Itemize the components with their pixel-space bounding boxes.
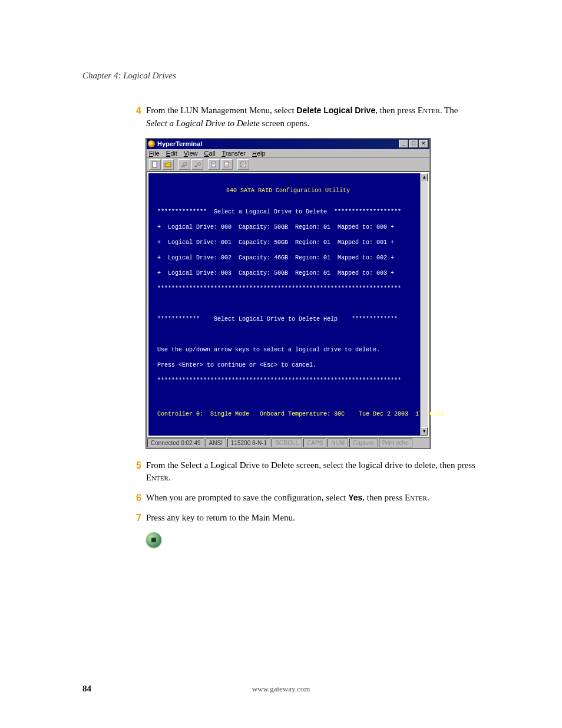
blank <box>150 300 426 308</box>
new-icon[interactable] <box>149 159 161 170</box>
menu-option: Yes <box>348 493 362 502</box>
app-icon <box>148 140 155 147</box>
disconnect-icon[interactable] <box>191 159 203 170</box>
step-7: 7 Press any key to return to the Main Me… <box>130 512 480 525</box>
status-emulation: ANSI <box>206 439 226 447</box>
text: , then press <box>375 106 418 115</box>
step-number: 6 <box>130 492 141 505</box>
status-scroll: SCROLL <box>272 439 302 447</box>
drive-row[interactable]: + Logical Drive: 002 Capacity: 46GB Regi… <box>150 254 426 262</box>
step-number: 7 <box>130 512 141 525</box>
text: screen opens. <box>260 118 310 128</box>
divider: ****************************************… <box>150 377 426 384</box>
svg-rect-2 <box>224 162 229 167</box>
drive-row[interactable]: + Logical Drive: 000 Capacity: 50GB Regi… <box>150 223 426 231</box>
blank <box>150 331 426 338</box>
utility-title: 840 SATA RAID Configuration Utility <box>150 182 426 200</box>
menu-file[interactable]: File <box>149 150 160 157</box>
window-title: HyperTerminal <box>157 140 398 147</box>
step-6: 6 When you are prompted to save the conf… <box>130 492 480 505</box>
chapter-header: Chapter 4: Logical Drives <box>82 71 480 81</box>
step-number: 5 <box>130 459 141 472</box>
toolbar <box>147 158 429 172</box>
status-capture: Capture <box>349 439 378 447</box>
scrollbar[interactable]: ▴ ▾ <box>420 173 428 436</box>
titlebar: HyperTerminal _ □ × <box>147 139 429 149</box>
footer-url: www.gateway.com <box>0 684 562 694</box>
status-baud: 115200 8-N-1 <box>227 439 270 447</box>
text: From the LUN Management Menu, select <box>146 106 296 115</box>
scroll-up-icon[interactable]: ▴ <box>421 173 428 182</box>
help-text: Press <Enter> to continue or <Esc> to ca… <box>150 361 426 369</box>
status-caps: CAPS <box>303 439 326 447</box>
terminal-content[interactable]: 840 SATA RAID Configuration Utility ****… <box>148 173 428 436</box>
menu-call[interactable]: Call <box>204 150 216 157</box>
text: . <box>168 473 171 482</box>
step-5: 5 From the Select a Logical Drive to Del… <box>130 459 480 485</box>
step-text: From the LUN Management Menu, select Del… <box>146 104 480 130</box>
drive-row[interactable]: + Logical Drive: 003 Capacity: 50GB Regi… <box>150 269 426 277</box>
key-name: Enter <box>405 493 427 502</box>
help-title: ************ Select Logical Drive to Del… <box>150 315 426 323</box>
receive-icon[interactable] <box>221 159 233 170</box>
svg-rect-0 <box>153 162 157 167</box>
minimize-button[interactable]: _ <box>399 140 408 148</box>
key-name: Enter <box>146 473 168 482</box>
stop-icon <box>151 538 156 542</box>
screen-name: Select a Logical Drive to Delete <box>146 118 260 128</box>
connect-icon[interactable] <box>178 159 190 170</box>
terminal-footer: Controller 0: Single Mode Onboard Temper… <box>150 407 426 419</box>
text: . The <box>440 106 458 115</box>
menu-transfer[interactable]: Transfer <box>222 150 246 157</box>
key-name: Enter <box>418 106 440 115</box>
close-button[interactable]: × <box>419 140 428 148</box>
scroll-down-icon[interactable]: ▾ <box>421 427 428 436</box>
statusbar: Connected 0:02:49 ANSI 115200 8-N-1 SCRO… <box>147 437 429 448</box>
scroll-track[interactable] <box>421 181 428 428</box>
properties-icon[interactable] <box>237 159 249 170</box>
text: From the Select a Logical Drive to Delet… <box>146 460 475 470</box>
drive-row[interactable]: + Logical Drive: 001 Capacity: 50GB Regi… <box>150 239 426 246</box>
hyperterminal-window: HyperTerminal _ □ × File Edit View Call … <box>146 139 430 449</box>
menu-edit[interactable]: Edit <box>166 150 177 157</box>
end-of-section-icon <box>146 532 161 548</box>
status-connection: Connected 0:02:49 <box>147 439 204 447</box>
text: . <box>427 493 429 502</box>
menubar: File Edit View Call Transfer Help <box>147 149 429 158</box>
divider: ****************************************… <box>150 285 426 292</box>
terminal-area: 840 SATA RAID Configuration Utility ****… <box>147 172 429 437</box>
section-title: ************** Select a Logical Drive to… <box>150 208 426 216</box>
send-icon[interactable] <box>208 159 220 170</box>
menu-option: Delete Logical Drive <box>296 106 375 115</box>
open-icon[interactable] <box>162 159 174 170</box>
step-text: Press any key to return to the Main Menu… <box>146 512 480 525</box>
step-text: When you are prompted to save the config… <box>146 492 480 505</box>
step-4: 4 From the LUN Management Menu, select D… <box>130 104 480 130</box>
blank <box>150 392 426 400</box>
svg-rect-1 <box>211 162 216 167</box>
maximize-button[interactable]: □ <box>409 140 418 148</box>
text: , then press <box>362 493 405 502</box>
menu-view[interactable]: View <box>184 150 198 157</box>
help-text: Use the up/down arrow keys to select a l… <box>150 346 426 354</box>
menu-help[interactable]: Help <box>252 150 266 157</box>
step-text: From the Select a Logical Drive to Delet… <box>146 459 480 485</box>
text: When you are prompted to save the config… <box>146 493 348 502</box>
status-num: NUM <box>328 439 348 447</box>
status-print: Print echo <box>379 439 412 447</box>
step-number: 4 <box>130 104 141 117</box>
